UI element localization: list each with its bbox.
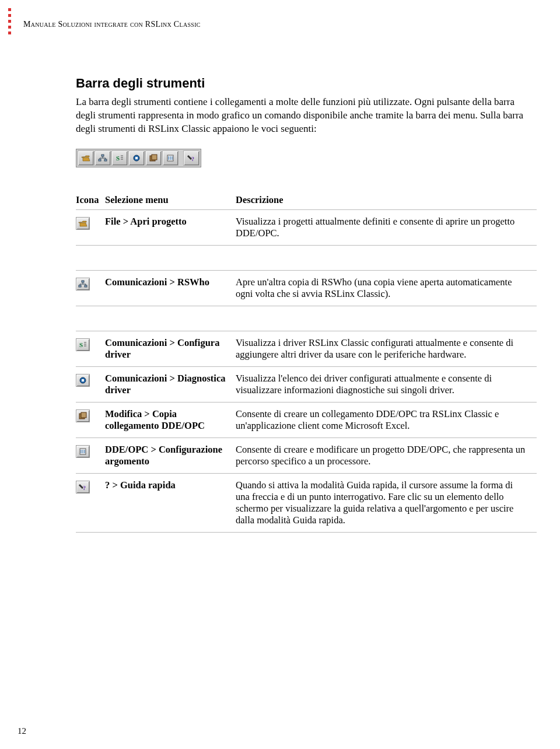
- svg-rect-7: [152, 155, 157, 160]
- col-header-icon: Icona: [76, 191, 105, 210]
- table-row: S Comunicazioni > Configura driver Visua…: [76, 331, 537, 366]
- description: Visualizza i progetti attualmente defini…: [236, 209, 537, 245]
- table-row: Modifica > Copia collegamento DDE/OPC Co…: [76, 402, 537, 438]
- menu-path: ? > Guida rapida: [105, 473, 236, 532]
- table-row: Comunicazioni > RSWho Apre un'altra copi…: [76, 270, 537, 306]
- description: Visualizza l'elenco dei driver configura…: [236, 366, 537, 402]
- description: Consente di creare e modificare un proge…: [236, 438, 537, 473]
- toolbar-preview: S ?: [76, 149, 201, 167]
- running-header: Manuale Soluzioni integrate con RSLinx C…: [23, 20, 537, 29]
- svg-rect-15: [82, 379, 84, 382]
- svg-text:?: ?: [83, 485, 86, 491]
- rswho-icon: [76, 278, 90, 290]
- help-icon: ?: [76, 481, 90, 494]
- menu-path: Comunicazioni > Diagnostica driver: [105, 366, 236, 402]
- open-icon: [78, 150, 94, 166]
- description: Apre un'altra copia di RSWho (una copia …: [236, 270, 537, 306]
- diagnostics-driver-icon: [128, 150, 145, 166]
- svg-rect-17: [81, 412, 86, 418]
- description: Quando si attiva la modalità Guida rapid…: [236, 473, 537, 532]
- svg-rect-2: [104, 159, 107, 161]
- svg-rect-0: [102, 155, 104, 156]
- menu-path: File > Apri progetto: [105, 209, 236, 245]
- open-icon: [76, 217, 90, 230]
- svg-text:?: ?: [191, 156, 194, 162]
- table-row: DDE/OPC > Configurazione argomento Conse…: [76, 438, 537, 473]
- section-title: Barra degli strumenti: [76, 76, 537, 91]
- col-header-desc: Descrizione: [236, 191, 537, 210]
- menu-path: Modifica > Copia collegamento DDE/OPC: [105, 402, 236, 438]
- decorative-dots: [8, 8, 11, 34]
- description: Consente di creare un collegamento DDE/O…: [236, 402, 537, 438]
- menu-path: Comunicazioni > Configura driver: [105, 331, 236, 366]
- intro-paragraph: La barra degli strumenti contiene i coll…: [76, 96, 537, 136]
- help-icon: ?: [183, 150, 200, 166]
- copy-link-icon: [145, 150, 162, 166]
- table-row: File > Apri progetto Visualizza i proget…: [76, 209, 537, 245]
- ddeopc-config-icon: [162, 150, 178, 166]
- copy-link-icon: [76, 410, 90, 422]
- menu-path: Comunicazioni > RSWho: [105, 270, 236, 306]
- configure-driver-icon: S: [111, 150, 128, 166]
- svg-rect-11: [79, 285, 81, 287]
- table-row: Comunicazioni > Diagnostica driver Visua…: [76, 366, 537, 402]
- col-header-menu: Selezione menu: [105, 191, 236, 210]
- toolbar-separator: [179, 150, 183, 166]
- menu-path: DDE/OPC > Configurazione argomento: [105, 438, 236, 473]
- icon-description-table: Icona Selezione menu Descrizione File > …: [76, 191, 537, 533]
- svg-rect-5: [135, 157, 138, 159]
- diagnostics-driver-icon: [76, 374, 90, 387]
- svg-text:S: S: [79, 341, 83, 348]
- configure-driver-icon: S: [76, 338, 90, 351]
- svg-rect-1: [99, 159, 101, 161]
- svg-rect-10: [82, 281, 84, 282]
- svg-rect-12: [85, 285, 87, 287]
- rswho-icon: [94, 150, 111, 166]
- svg-text:S: S: [116, 155, 120, 162]
- description: Visualizza i driver RSLinx Classic confi…: [236, 331, 537, 366]
- table-row: ? ? > Guida rapida Quando si attiva la m…: [76, 473, 537, 532]
- ddeopc-config-icon: [76, 445, 90, 458]
